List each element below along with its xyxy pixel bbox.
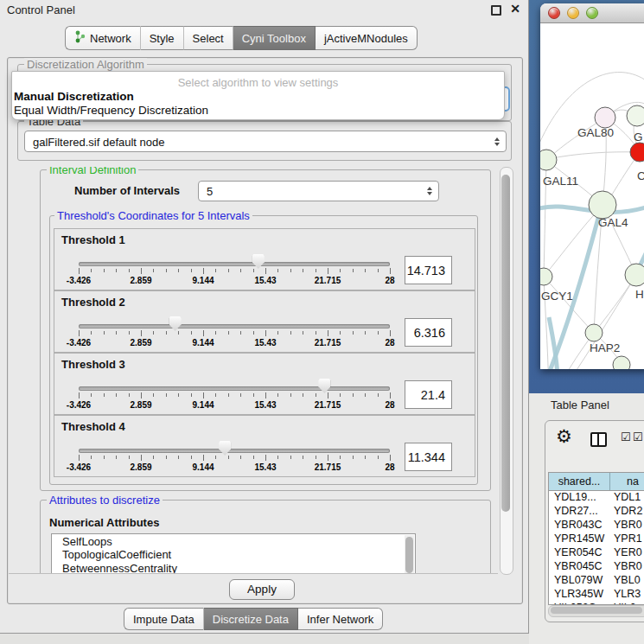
- table-data-group: Table Data galFiltered.sif default node: [17, 121, 512, 161]
- panel-scrollbar[interactable]: [500, 167, 513, 575]
- network-node-hap2[interactable]: [585, 324, 603, 341]
- threshold-label: Threshold 3: [61, 358, 125, 371]
- desktop-background: GAL80GCGAL11GAL4HGCY1HAP2 Table Panel ⚙ …: [529, 0, 644, 644]
- tab-infer-network[interactable]: Infer Network: [298, 608, 383, 630]
- checkbox-icon[interactable]: ☑: [633, 430, 643, 443]
- threshold-label: Threshold 1: [61, 233, 125, 246]
- minimize-light[interactable]: [567, 7, 579, 19]
- slider-handle[interactable]: [252, 254, 265, 269]
- network-node-c[interactable]: [630, 143, 644, 162]
- network-canvas[interactable]: GAL80GCGAL11GAL4HGCY1HAP2: [540, 23, 644, 369]
- table-data-combobox[interactable]: galFiltered.sif default node: [24, 131, 507, 152]
- table-row[interactable]: YBR043CYBR0: [549, 519, 644, 532]
- tab-select[interactable]: Select: [184, 26, 233, 50]
- network-node-gal4[interactable]: [589, 191, 616, 219]
- network-node-g[interactable]: [627, 105, 644, 126]
- tick-label: 15.43: [254, 276, 276, 285]
- table-panel-window: ⚙ ☑ ☑ shared...naYDL19...YDL1YDR27...YDR…: [545, 420, 644, 622]
- attribute-list-item[interactable]: BetweennessCentrality: [52, 561, 415, 574]
- tick-label: 2.859: [130, 400, 151, 410]
- cell-shared-name: YPR145W: [549, 532, 609, 546]
- checkbox-icon[interactable]: ☑: [621, 430, 631, 443]
- cell-name: YER0: [609, 546, 644, 560]
- hscrollbar-thumb[interactable]: [551, 607, 642, 614]
- network-node[interactable]: [613, 356, 630, 369]
- dropdown-option-equal-width[interactable]: Equal Width/Frequency Discretization: [14, 104, 208, 117]
- tab-impute-data[interactable]: Impute Data: [124, 608, 204, 630]
- numerical-attributes-list: SelfLoopsTopologicalCoefficientBetweenne…: [51, 533, 416, 574]
- cell-name: YPR1: [609, 532, 644, 546]
- slider-handle[interactable]: [219, 441, 231, 456]
- scrollbar-thumb[interactable]: [501, 175, 510, 512]
- tick-label: -3.426: [67, 276, 91, 285]
- slider-handle[interactable]: [318, 379, 330, 393]
- table-row[interactable]: YER054CYER0: [549, 546, 644, 560]
- threshold-value-field[interactable]: 11.344: [405, 443, 452, 471]
- tab-cyni-toolbox[interactable]: Cyni Toolbox: [233, 26, 316, 50]
- slider-tick-labels: -3.4262.8599.14415.4321.71528: [79, 400, 390, 411]
- tab-label: Network: [90, 32, 131, 45]
- slider-ticks: [79, 392, 390, 399]
- slider-track[interactable]: [79, 386, 390, 391]
- slider-handle[interactable]: [169, 316, 182, 331]
- threshold-value-field[interactable]: 6.316: [405, 318, 452, 347]
- node-label: C: [637, 169, 644, 182]
- tab-jactivemnodules[interactable]: jActiveMNodules: [316, 26, 418, 50]
- table-row[interactable]: YDL19...YDL1: [549, 491, 644, 505]
- cell-shared-name: YDR27...: [549, 505, 609, 519]
- float-icon[interactable]: [491, 5, 501, 16]
- gear-icon[interactable]: ⚙: [556, 426, 572, 447]
- table-row[interactable]: YLR345WYLR3: [549, 588, 644, 602]
- threshold-item-3: Threshold 3-3.4262.8599.14415.4321.71528…: [54, 353, 475, 415]
- network-node-gcy1[interactable]: [540, 268, 552, 285]
- network-node-gal80[interactable]: [595, 107, 615, 128]
- tick-label: -3.426: [67, 338, 91, 348]
- table-row[interactable]: YDR27...YDR2: [549, 505, 644, 519]
- numerical-attributes-label: Numerical Attributes: [49, 516, 159, 529]
- cell-name: YBR0: [609, 519, 644, 532]
- network-icon: [74, 30, 86, 46]
- screen: Control Panel ✕ NetworkStyleSelectCyni T…: [0, 0, 644, 644]
- threshold-item-2: Threshold 2-3.4262.8599.14415.4321.71528…: [54, 290, 475, 353]
- table-row[interactable]: YPR145WYPR1: [549, 532, 644, 546]
- tab-style[interactable]: Style: [141, 26, 184, 50]
- attribute-list-item[interactable]: TopologicalCoefficient: [52, 548, 415, 562]
- tick-label: 2.859: [130, 276, 151, 285]
- tick-label: 28: [385, 462, 394, 472]
- tab-discretize-data[interactable]: Discretize Data: [204, 608, 298, 630]
- close-icon[interactable]: ✕: [510, 2, 520, 16]
- list-scrollbar[interactable]: [405, 535, 414, 574]
- network-node-gal11[interactable]: [540, 150, 557, 170]
- node-label: G: [634, 131, 643, 143]
- group-title: Attributes to discretize: [47, 494, 163, 507]
- cell-shared-name: YER054C: [549, 546, 609, 560]
- thresholds-group: Threshold's Coordinates for 5 Intervals …: [49, 215, 478, 485]
- threshold-value-field[interactable]: 21.4: [405, 380, 452, 409]
- network-node-h[interactable]: [625, 264, 644, 286]
- apply-button[interactable]: Apply: [229, 579, 295, 600]
- number-of-intervals-combobox[interactable]: 5: [198, 181, 439, 201]
- dropdown-option-manual-discretization[interactable]: Manual Discretization: [14, 90, 134, 103]
- tick-label: 21.715: [315, 400, 341, 410]
- split-view-icon[interactable]: [590, 432, 607, 447]
- threshold-value-field[interactable]: 14.713: [405, 256, 452, 284]
- column-header-name[interactable]: na: [610, 473, 644, 490]
- tick-label: 9.144: [192, 276, 214, 285]
- slider-track[interactable]: [79, 324, 390, 328]
- table-hscrollbar[interactable]: [548, 605, 644, 617]
- slider-track[interactable]: [79, 449, 390, 453]
- column-header-shared-name[interactable]: shared...: [549, 473, 610, 490]
- tab-network[interactable]: Network: [65, 26, 141, 50]
- tab-label: Style: [150, 32, 175, 45]
- table-row[interactable]: YBR045CYBR0: [549, 560, 644, 574]
- slider-ticks: [79, 268, 390, 275]
- slider-track[interactable]: [79, 262, 390, 266]
- zoom-light[interactable]: [586, 7, 598, 19]
- threshold-item-1: Threshold 1-3.4262.8599.14415.4321.71528…: [54, 228, 475, 290]
- table-row[interactable]: YBL079WYBL0: [549, 574, 644, 588]
- attribute-list-item[interactable]: SelfLoops: [52, 534, 415, 548]
- cell-shared-name: YBL079W: [549, 574, 609, 588]
- group-title: Threshold's Coordinates for 5 Intervals: [54, 209, 252, 222]
- close-light[interactable]: [548, 7, 560, 19]
- tick-label: 2.859: [130, 462, 151, 472]
